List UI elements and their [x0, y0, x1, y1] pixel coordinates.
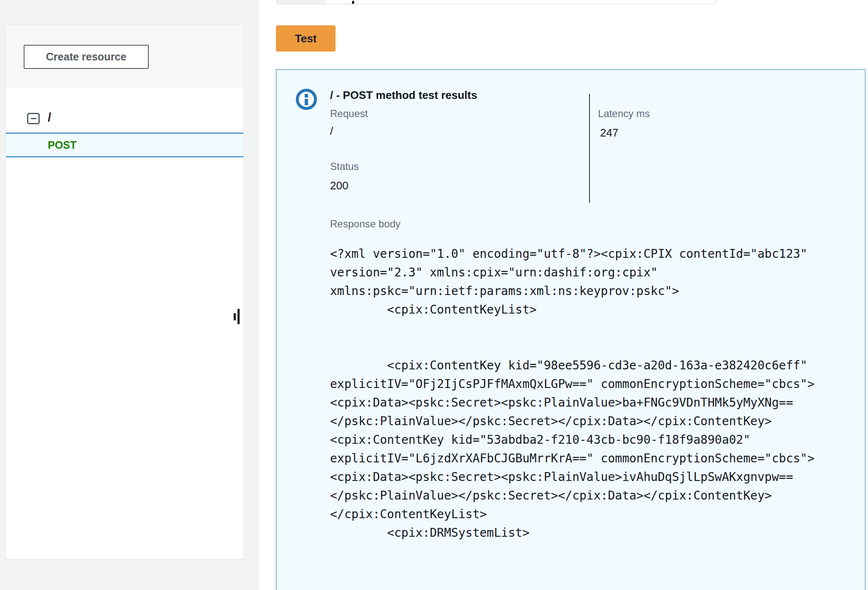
status-value: 200 — [330, 179, 348, 192]
clipped-text-descender — [352, 1, 354, 4]
status-label: Status — [330, 161, 359, 172]
sidebar-resize-handle[interactable] — [234, 309, 240, 324]
method-row-post[interactable]: POST — [6, 133, 243, 157]
response-body-label: Response body — [330, 218, 401, 230]
request-label: Request — [330, 108, 368, 120]
clipped-form-field — [276, 0, 716, 4]
sidebar-header: Create resource — [6, 25, 243, 87]
clipped-form-label-cell — [277, 0, 326, 4]
test-results-panel: / - POST method test results Request / S… — [276, 69, 865, 590]
response-body-text: <?xml version="1.0" encoding="utf-8"?><c… — [330, 245, 814, 542]
collapse-minus-icon[interactable] — [27, 113, 40, 124]
resources-sidebar: Create resource / POST — [5, 25, 244, 559]
column-divider — [589, 94, 590, 203]
latency-label: Latency ms — [598, 108, 650, 120]
create-resource-button[interactable]: Create resource — [24, 45, 149, 69]
resource-root-label: / — [48, 111, 51, 125]
latency-value: 247 — [600, 126, 618, 139]
method-label: POST — [48, 139, 76, 151]
info-icon — [295, 88, 317, 112]
request-value: / — [330, 125, 333, 138]
results-title: / - POST method test results — [330, 89, 477, 102]
test-button[interactable]: Test — [276, 25, 336, 52]
resource-tree-root-row[interactable]: / — [6, 108, 243, 133]
